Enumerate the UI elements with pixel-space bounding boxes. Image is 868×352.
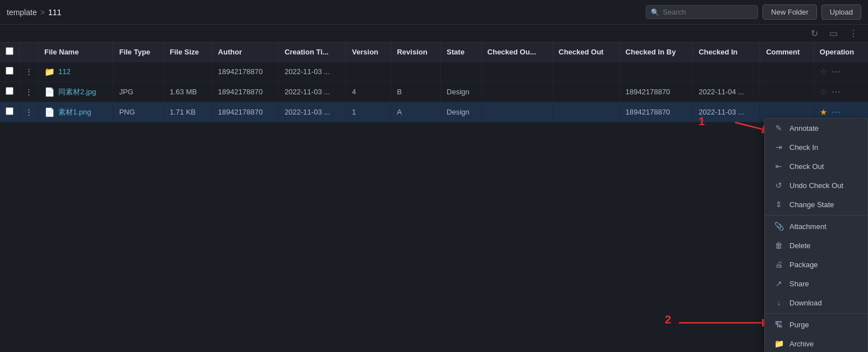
grid-icon[interactable]: ⋮ — [846, 26, 861, 41]
row3-file-size: 1.71 KB — [164, 102, 212, 122]
menu-item-delete[interactable]: 🗑 Delete — [765, 236, 867, 255]
row2-checked-in-by: 18942178870 — [619, 82, 692, 102]
menu-item-package[interactable]: 🖨 Package — [765, 255, 867, 274]
select-all-checkbox[interactable] — [6, 47, 13, 55]
row1-more-icon[interactable]: ⋯ — [832, 66, 841, 77]
header-file-name: File Name — [39, 43, 113, 62]
upload-button[interactable]: Upload — [821, 4, 861, 20]
header-revision: Revision — [391, 43, 441, 62]
menu-label-check-out: Check Out — [789, 162, 824, 171]
menu-item-annotate[interactable]: ✎ Annotate — [765, 118, 867, 138]
row2-star-icon[interactable]: ☆ — [820, 87, 827, 97]
table-row: ⋮ 📁 112 18942178870 2022-11-03 ... — [0, 62, 868, 82]
menu-separator-1 — [765, 215, 867, 216]
menu-item-undo-check-out[interactable]: ↺ Undo Check Out — [765, 176, 867, 195]
header-checked-in: Checked In — [693, 43, 760, 62]
file-table: File Name File Type File Size Author Cre… — [0, 43, 868, 122]
row1-star-icon[interactable]: ☆ — [820, 67, 827, 77]
new-folder-button[interactable]: New Folder — [763, 4, 816, 20]
row2-checked-out — [553, 82, 619, 102]
row3-state: Design — [441, 102, 481, 122]
row2-drag-cell: ⋮ — [20, 82, 39, 102]
annotate-icon: ✎ — [774, 124, 784, 132]
breadcrumb: template > 111 — [7, 8, 61, 17]
folder-icon: 📁 — [44, 67, 55, 77]
row2-comment — [760, 82, 814, 102]
menu-item-archive[interactable]: 📁 Archive — [765, 334, 867, 352]
table-header-row: File Name File Type File Size Author Cre… — [0, 43, 868, 62]
header-checked-in-by: Checked In By — [619, 43, 692, 62]
top-bar: template > 111 🔍 New Folder Upload — [0, 0, 868, 25]
search-input[interactable] — [663, 8, 753, 16]
menu-item-check-in[interactable]: ⇥ Check In — [765, 138, 867, 157]
menu-label-download: Download — [789, 299, 822, 307]
top-bar-actions: 🔍 New Folder Upload — [646, 4, 861, 20]
breadcrumb-parent[interactable]: template — [7, 8, 37, 17]
row3-checked-out — [553, 102, 619, 122]
row2-version: 4 — [346, 82, 391, 102]
header-file-size: File Size — [164, 43, 212, 62]
menu-item-purge[interactable]: 🏗 Purge — [765, 315, 867, 334]
menu-item-attachment[interactable]: 📎 Attachment — [765, 217, 867, 236]
header-comment: Comment — [760, 43, 814, 62]
menu-item-change-state[interactable]: ⇕ Change State — [765, 195, 867, 214]
header-checked-out: Checked Out — [553, 43, 619, 62]
menu-item-check-out[interactable]: ⇤ Check Out — [765, 157, 867, 176]
table-row: ⋮ 📄 素材1.png PNG 1.71 KB 18942178870 2022… — [0, 102, 868, 122]
row2-name[interactable]: 同素材2.jpg — [58, 87, 96, 97]
row3-star-icon[interactable]: ★ — [820, 107, 827, 117]
row3-more-icon[interactable]: ⋯ — [832, 107, 841, 117]
menu-item-download[interactable]: ↓ Download — [765, 293, 867, 312]
row2-author: 18942178870 — [212, 82, 279, 102]
row2-checkbox[interactable] — [6, 87, 13, 95]
row1-checked-in — [693, 62, 760, 82]
menu-item-share[interactable]: ↗ Share — [765, 274, 867, 293]
menu-label-check-in: Check In — [789, 143, 818, 152]
row1-version — [346, 62, 391, 82]
header-checkbox-cell — [0, 43, 20, 62]
row1-checkbox[interactable] — [6, 67, 13, 75]
menu-label-share: Share — [789, 280, 809, 288]
row3-name-cell: 📄 素材1.png — [39, 102, 113, 122]
check-out-icon: ⇤ — [774, 162, 784, 171]
menu-label-purge: Purge — [789, 321, 809, 329]
download-icon: ↓ — [774, 298, 784, 307]
table-row: ⋮ 📄 同素材2.jpg JPG 1.63 MB 18942178870 202… — [0, 82, 868, 102]
row3-checkbox[interactable] — [6, 107, 13, 115]
file-table-container: File Name File Type File Size Author Cre… — [0, 43, 868, 122]
row1-checked-out-by — [481, 62, 553, 82]
row1-name[interactable]: 112 — [58, 67, 71, 76]
menu-separator-2 — [765, 313, 867, 314]
expand-icon[interactable]: ▭ — [826, 26, 841, 41]
context-menu: ✎ Annotate ⇥ Check In ⇤ Check Out ↺ Undo… — [764, 118, 868, 352]
row1-file-size — [164, 62, 212, 82]
package-icon: 🖨 — [774, 260, 784, 269]
row1-comment — [760, 62, 814, 82]
row3-checked-in-by: 18942178870 — [619, 102, 692, 122]
row1-checkbox-cell — [0, 62, 20, 82]
row2-checkbox-cell — [0, 82, 20, 102]
row1-name-cell: 📁 112 — [39, 62, 113, 82]
row1-file-type — [113, 62, 164, 82]
share-icon: ↗ — [774, 279, 784, 288]
row2-checked-in: 2022-11-04 ... — [693, 82, 760, 102]
change-state-icon: ⇕ — [774, 200, 784, 209]
row2-more-icon[interactable]: ⋯ — [832, 86, 841, 97]
row3-checked-out-by — [481, 102, 553, 122]
row1-author: 18942178870 — [212, 62, 279, 82]
row3-name[interactable]: 素材1.png — [58, 107, 91, 117]
row2-checked-out-by — [481, 82, 553, 102]
row2-file-type: JPG — [113, 82, 164, 102]
search-box[interactable]: 🔍 — [646, 5, 758, 19]
row1-checked-in-by — [619, 62, 692, 82]
undo-check-out-icon: ↺ — [774, 181, 784, 190]
purge-icon: 🏗 — [774, 320, 784, 329]
menu-label-attachment: Attachment — [789, 222, 826, 231]
annotation-2: 2 — [665, 313, 671, 326]
breadcrumb-separator: > — [40, 8, 45, 17]
row2-file-size: 1.63 MB — [164, 82, 212, 102]
refresh-icon[interactable]: ↻ — [807, 26, 821, 41]
menu-label-undo-check-out: Undo Check Out — [789, 181, 843, 190]
header-creation-time: Creation Ti... — [279, 43, 346, 62]
row2-name-cell: 📄 同素材2.jpg — [39, 82, 113, 102]
